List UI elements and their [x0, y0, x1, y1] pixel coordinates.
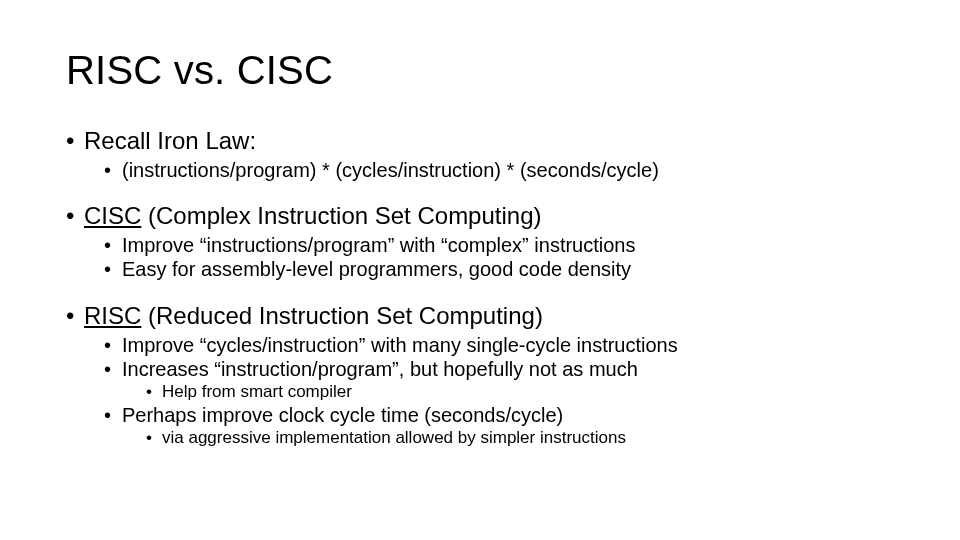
bullet-iron-law: Recall Iron Law: (instructions/program) …: [66, 127, 894, 182]
sub-bullet: Perhaps improve clock cycle time (second…: [104, 403, 894, 449]
sub-bullet: Easy for assembly-level programmers, goo…: [104, 257, 894, 281]
sub-bullet: Improve “instructions/program” with “com…: [104, 233, 894, 257]
sub-list: Improve “cycles/instruction” with many s…: [84, 333, 894, 449]
bullet-text: RISC (Reduced Instruction Set Computing): [84, 302, 543, 329]
subsub-list: Help from smart compiler: [122, 381, 894, 402]
sub-bullet: Improve “cycles/instruction” with many s…: [104, 333, 894, 357]
bullet-list: Recall Iron Law: (instructions/program) …: [66, 127, 894, 448]
bullet-risc: RISC (Reduced Instruction Set Computing)…: [66, 302, 894, 448]
bullet-text: Recall Iron Law:: [84, 127, 256, 154]
subsub-bullet: Help from smart compiler: [146, 381, 894, 402]
bullet-rest: (Complex Instruction Set Computing): [141, 202, 541, 229]
bullet-text: CISC (Complex Instruction Set Computing): [84, 202, 542, 229]
sub-list: (instructions/program) * (cycles/instruc…: [84, 158, 894, 182]
slide-title: RISC vs. CISC: [66, 48, 894, 93]
subsub-list: via aggressive implementation allowed by…: [122, 427, 894, 448]
sub-bullet: (instructions/program) * (cycles/instruc…: [104, 158, 894, 182]
bullet-rest: (Reduced Instruction Set Computing): [141, 302, 543, 329]
underlined-term: CISC: [84, 202, 141, 229]
sub-bullet-text: Perhaps improve clock cycle time (second…: [122, 404, 563, 426]
sub-list: Improve “instructions/program” with “com…: [84, 233, 894, 282]
sub-bullet-text: Increases “instruction/program”, but hop…: [122, 358, 638, 380]
sub-bullet: Increases “instruction/program”, but hop…: [104, 357, 894, 403]
subsub-bullet: via aggressive implementation allowed by…: [146, 427, 894, 448]
underlined-term: RISC: [84, 302, 141, 329]
slide: RISC vs. CISC Recall Iron Law: (instruct…: [0, 0, 960, 540]
bullet-cisc: CISC (Complex Instruction Set Computing)…: [66, 202, 894, 282]
